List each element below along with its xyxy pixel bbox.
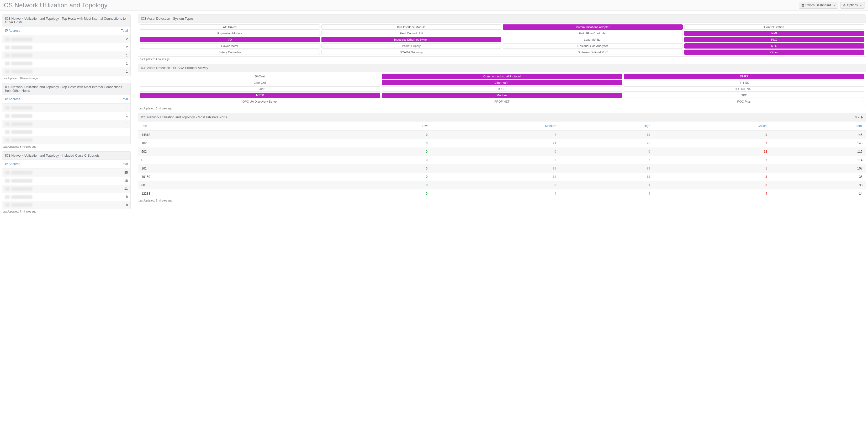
filter-pill[interactable]: Field Control Unit — [321, 31, 501, 36]
panel-talkative-ports: ICS Network Utilization and Topology - M… — [138, 113, 866, 202]
subnets-table: IP Address Total 35161188 — [2, 160, 130, 209]
options-button[interactable]: ⚙ Options — [840, 2, 865, 9]
filter-pill[interactable]: Bus Interface Module — [321, 24, 501, 30]
col-ip[interactable]: IP Address — [2, 160, 96, 168]
col-total[interactable]: Total — [96, 160, 130, 168]
filter-pill[interactable]: Software Defined PLC — [503, 50, 683, 55]
cell-high: 0 — [559, 148, 653, 156]
last-updated: Last Updated: 5 minutes ago — [138, 198, 866, 202]
col-medium[interactable]: Medium — [431, 122, 559, 131]
filter-pill[interactable]: Communications Adapter — [503, 24, 683, 30]
panel-top-hosts-to: ICS Network Utilization and Topology - T… — [2, 14, 131, 80]
table-row[interactable]: 11 — [2, 185, 130, 193]
table-row[interactable]: 1 — [2, 104, 130, 112]
panel-settings-button[interactable]: ⚙ — [855, 116, 859, 119]
table-row[interactable]: 8 — [2, 201, 130, 209]
filter-pill[interactable]: ICCP — [382, 86, 622, 92]
col-port[interactable]: Port — [138, 122, 342, 131]
filter-pill[interactable]: PROFINET — [382, 99, 622, 104]
filter-pill[interactable]: Power Supply — [321, 43, 501, 49]
table-row[interactable]: 2 — [2, 43, 130, 52]
filter-pill[interactable]: RTU — [684, 43, 864, 49]
table-row[interactable]: 80001030 — [138, 181, 866, 189]
cell-critical: 3 — [653, 173, 770, 181]
page-title: ICS Network Utilization and Topology — [2, 2, 107, 9]
filter-pill[interactable]: Safety Controller — [140, 50, 320, 55]
filter-pill[interactable]: SCADA Gateway — [321, 50, 501, 55]
filter-pill[interactable]: Fluid Flow Controller — [503, 31, 683, 36]
filter-pill[interactable]: OPC — [624, 93, 864, 98]
filter-pill[interactable]: ROC Plus — [624, 99, 864, 104]
filter-pill[interactable]: I/O — [140, 37, 320, 42]
filter-pill[interactable]: Common Industrial Protocol — [382, 74, 622, 79]
table-row[interactable]: 1 — [2, 112, 130, 120]
table-row[interactable]: 1 — [2, 136, 130, 144]
col-ip[interactable]: IP Address — [2, 27, 96, 35]
table-row[interactable]: 35 — [2, 168, 130, 177]
cell-port: 0 — [138, 156, 342, 164]
cell-total: 35 — [96, 168, 130, 177]
col-total[interactable]: Total — [96, 95, 130, 104]
cell-medium: 0 — [431, 181, 559, 189]
filter-pill[interactable]: Industrial Ethernet Switch — [321, 37, 501, 42]
last-updated: Last Updated: 6 minutes ago — [138, 106, 866, 110]
filter-pill[interactable]: EtherCAT — [140, 80, 380, 85]
filter-pill[interactable]: Modbus — [382, 93, 622, 98]
filter-pill[interactable]: HTTP — [140, 93, 380, 98]
panel-expand-button[interactable] — [861, 116, 863, 119]
cell-port: 44818 — [138, 131, 342, 139]
table-row[interactable]: 4915901413336 — [138, 173, 866, 181]
switch-dashboard-button[interactable]: Switch Dashboard — [799, 2, 838, 9]
cell-medium: 28 — [431, 164, 559, 173]
table-row[interactable]: 1 — [2, 120, 130, 128]
cell-medium: 14 — [431, 173, 559, 181]
table-row[interactable]: 8 — [2, 193, 130, 201]
cell-ip — [2, 168, 96, 177]
col-high[interactable]: High — [559, 122, 653, 131]
filter-pill[interactable]: Power Meter — [140, 43, 320, 49]
table-row[interactable]: 161028235108 — [138, 164, 866, 173]
filter-pill[interactable]: FF HSE — [624, 80, 864, 85]
panel-header: ICS Asset Detection - System Types — [138, 15, 866, 23]
col-total[interactable]: Total — [770, 122, 866, 131]
table-row[interactable]: 102021252145 — [138, 139, 866, 148]
col-low[interactable]: Low — [342, 122, 431, 131]
switch-dashboard-label: Switch Dashboard — [805, 3, 831, 7]
cell-ip — [2, 185, 96, 193]
filter-pill[interactable]: OPC UA Discovery Server — [140, 99, 380, 104]
table-row[interactable]: 16 — [2, 177, 130, 185]
filter-pill[interactable]: PLC — [684, 37, 864, 42]
table-row[interactable]: 4481807130146 — [138, 131, 866, 139]
table-row[interactable]: 12233044414 — [138, 189, 866, 198]
panel-title: ICS Asset Detection - SCADA Protocol Act… — [141, 66, 208, 70]
filter-pill[interactable]: BACnet — [140, 74, 380, 79]
filter-pill[interactable]: FL-net — [140, 86, 380, 92]
cell-port: 502 — [138, 148, 342, 156]
table-row[interactable]: 50200013115 — [138, 148, 866, 156]
filter-pill[interactable]: Load Monitor — [503, 37, 683, 42]
cell-total: 11 — [96, 185, 130, 193]
filter-pill[interactable]: HMI — [684, 31, 864, 36]
col-critical[interactable]: Critical — [653, 122, 770, 131]
table-row[interactable]: 1 — [2, 67, 130, 75]
table-row[interactable]: 1 — [2, 59, 130, 67]
cell-high: 13 — [559, 131, 653, 139]
table-row[interactable]: 1 — [2, 52, 130, 60]
filter-pill[interactable]: Expansion Module — [140, 31, 320, 36]
table-row[interactable]: 2 — [2, 35, 130, 43]
filter-pill[interactable]: DNP3 — [624, 74, 864, 79]
filter-pill[interactable]: Residual Gas Analyzer — [503, 43, 683, 49]
col-ip[interactable]: IP Address — [2, 95, 96, 104]
filter-pill[interactable]: AC Drives — [140, 24, 320, 30]
table-row[interactable]: 00222114 — [138, 156, 866, 164]
panel-header: ICS Network Utilization and Topology - T… — [2, 83, 130, 95]
filter-pill[interactable]: Control Station — [684, 24, 864, 30]
table-row[interactable]: 1 — [2, 128, 130, 136]
cell-high: 13 — [559, 173, 653, 181]
col-total[interactable]: Total — [96, 27, 130, 35]
filter-pill[interactable]: IEC 60870-5 — [624, 86, 864, 92]
last-updated: Last Updated: 7 minutes ago — [2, 209, 131, 213]
panel-header: ICS Network Utilization and Topology - M… — [138, 113, 866, 122]
filter-pill[interactable]: Ethernet/IP — [382, 80, 622, 85]
filter-pill[interactable]: Other — [684, 50, 864, 55]
